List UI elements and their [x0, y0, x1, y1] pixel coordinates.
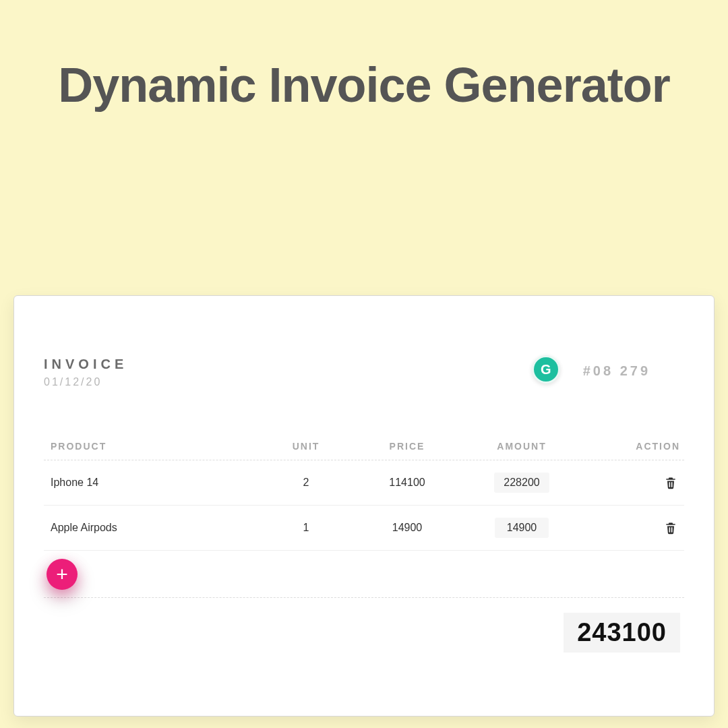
cell-action [579, 518, 680, 538]
badge-letter: G [541, 362, 551, 377]
delete-row-button[interactable] [661, 473, 680, 492]
grammarly-badge-icon[interactable]: G [532, 355, 560, 384]
invoice-header: INVOICE 01/12/20 G #08 279 [44, 357, 684, 388]
page-title: Dynamic Invoice Generator [0, 0, 728, 113]
header-price: PRICE [350, 441, 464, 452]
invoice-header-right: G #08 279 [532, 357, 684, 385]
cell-unit[interactable]: 2 [262, 477, 350, 489]
cell-price[interactable]: 14900 [350, 522, 464, 534]
table-row: Apple Airpods 1 14900 14900 [44, 506, 684, 551]
add-row-area: + [44, 551, 684, 598]
table-header-row: PRODUCT UNIT PRICE AMOUNT ACTION [44, 441, 684, 460]
total-row: 243100 [44, 598, 684, 653]
invoice-date: 01/12/20 [44, 376, 127, 388]
invoice-table: PRODUCT UNIT PRICE AMOUNT ACTION Iphone … [44, 441, 684, 653]
cell-amount: 228200 [464, 473, 579, 493]
invoice-number: #08 279 [583, 363, 684, 379]
cell-product[interactable]: Iphone 14 [51, 477, 262, 489]
header-product: PRODUCT [51, 441, 262, 452]
cell-price[interactable]: 114100 [350, 477, 464, 489]
invoice-card: INVOICE 01/12/20 G #08 279 PRODUCT UNIT … [13, 295, 715, 717]
header-amount: AMOUNT [464, 441, 579, 452]
cell-action [579, 473, 680, 493]
cell-unit[interactable]: 1 [262, 522, 350, 534]
invoice-total: 243100 [564, 613, 680, 653]
amount-chip: 228200 [494, 473, 549, 493]
header-action: ACTION [579, 441, 680, 452]
amount-chip: 14900 [495, 518, 549, 538]
add-row-button[interactable]: + [47, 559, 78, 590]
invoice-header-left: INVOICE 01/12/20 [44, 357, 127, 388]
delete-row-button[interactable] [661, 518, 680, 537]
cell-product[interactable]: Apple Airpods [51, 522, 262, 534]
trash-icon [664, 475, 677, 490]
invoice-label: INVOICE [44, 357, 127, 372]
trash-icon [664, 520, 677, 535]
header-unit: UNIT [262, 441, 350, 452]
plus-icon: + [56, 564, 68, 584]
table-row: Iphone 14 2 114100 228200 [44, 460, 684, 506]
cell-amount: 14900 [464, 518, 579, 538]
